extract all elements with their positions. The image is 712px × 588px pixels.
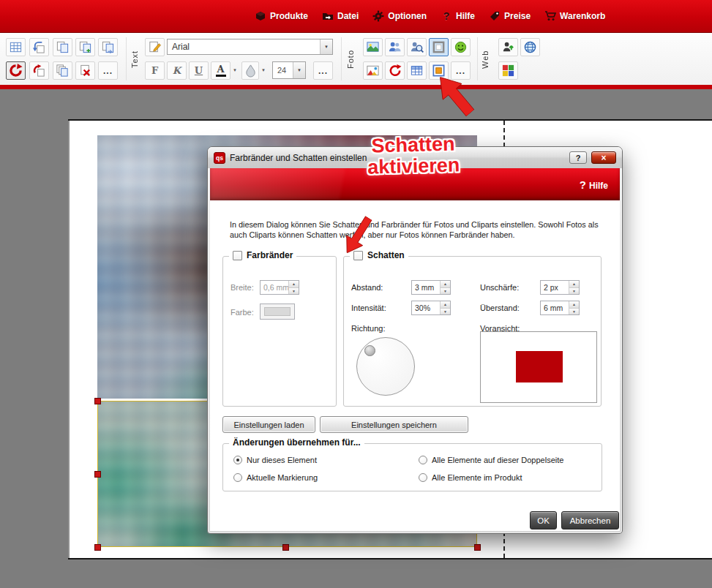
font-color-label: A — [217, 65, 224, 74]
undo-page-button[interactable] — [29, 38, 49, 56]
photo-frame-button[interactable] — [429, 38, 449, 56]
more-pages-button[interactable]: ... — [98, 61, 118, 80]
radio-alle-produkt[interactable]: Alle Elemente im Produkt — [419, 473, 522, 482]
spin-down-button[interactable]: ▼ — [289, 288, 299, 295]
copy-page-button[interactable] — [53, 38, 72, 56]
page-stack-button[interactable] — [53, 61, 72, 80]
intensitaet-spinner[interactable]: 30% ▲ ▼ — [411, 301, 451, 315]
radio-control[interactable] — [233, 473, 242, 482]
spinner-value: 2 px — [541, 281, 569, 294]
smiley-button[interactable] — [451, 38, 471, 56]
radio-alle-doppelseite[interactable]: Alle Elemente auf dieser Doppelseite — [419, 456, 563, 464]
menu-item-produkte[interactable]: Produkte — [255, 10, 308, 22]
font-size-select[interactable]: 24 ▼ — [272, 61, 306, 79]
italic-button[interactable]: K — [167, 61, 187, 80]
menu-item-datei[interactable]: Datei — [322, 10, 359, 22]
underline-button[interactable]: U — [189, 61, 209, 80]
more-dots-icon: ... — [103, 66, 113, 76]
farbraender-checkbox[interactable] — [233, 251, 242, 260]
spinner-value: 0,6 mm — [261, 281, 288, 294]
preview-photo-rect — [516, 351, 563, 382]
radio-control[interactable] — [233, 456, 242, 464]
rotate-red-icon — [9, 64, 23, 78]
photo-table-button[interactable] — [407, 61, 427, 80]
spin-up-button[interactable]: ▲ — [289, 281, 299, 288]
delete-page-button[interactable] — [75, 61, 95, 80]
insert-page-button[interactable] — [75, 38, 95, 56]
spin-down-button[interactable]: ▼ — [569, 288, 579, 295]
color-grid-icon — [501, 64, 515, 78]
rotate-page-button[interactable] — [6, 61, 26, 80]
menu-item-optionen[interactable]: Optionen — [372, 10, 427, 22]
bold-button[interactable]: F — [145, 61, 165, 80]
radio-control[interactable] — [419, 456, 427, 464]
opacity-dropdown-icon[interactable]: ▼ — [260, 68, 267, 72]
spin-down-button[interactable]: ▼ — [569, 309, 579, 315]
chevron-down-icon[interactable]: ▼ — [293, 62, 305, 78]
ueberstand-spinner[interactable]: 6 mm ▲ ▼ — [540, 301, 580, 315]
products-icon — [255, 10, 266, 22]
toolbar: ... Text Arial ▼ F K U A ▼ ▼ 24 — [0, 33, 712, 85]
upload-person-button[interactable] — [498, 38, 518, 56]
selection-handle-top-left[interactable] — [94, 398, 101, 404]
farbe-swatch-button[interactable] — [260, 304, 295, 320]
selection-handle-bottom-mid[interactable] — [282, 544, 289, 551]
close-icon[interactable]: × — [591, 151, 616, 164]
spin-up-button[interactable]: ▲ — [569, 281, 579, 288]
persons-button[interactable] — [385, 38, 405, 56]
abstand-spinner[interactable]: 3 mm ▲ ▼ — [411, 280, 451, 295]
load-settings-button[interactable]: Einstellungen laden — [222, 416, 315, 433]
intensitaet-label: Intensität: — [351, 304, 386, 312]
spin-down-button[interactable]: ▼ — [441, 309, 450, 315]
selection-handle-mid-left[interactable] — [94, 471, 101, 478]
radio-nur-dieses-element[interactable]: Nur dieses Element — [233, 456, 317, 464]
font-color-button[interactable]: A — [211, 61, 231, 80]
photo-effects-button[interactable] — [363, 61, 383, 80]
more-dots-icon: ... — [456, 66, 465, 76]
breite-spinner[interactable]: 0,6 mm ▲ ▼ — [260, 280, 299, 295]
spin-up-button[interactable]: ▲ — [569, 301, 579, 309]
opacity-button[interactable] — [241, 61, 259, 80]
person-search-button[interactable] — [407, 38, 427, 56]
spin-up-button[interactable]: ▲ — [441, 301, 450, 309]
menu-item-preise[interactable]: Preise — [489, 10, 531, 22]
add-pages-icon — [78, 40, 92, 54]
replace-photo-button[interactable] — [385, 61, 405, 80]
shadow-direction-dial[interactable] — [356, 337, 415, 396]
font-color-dropdown-icon[interactable]: ▼ — [231, 68, 239, 72]
farbe-swatch-color — [264, 307, 291, 316]
move-page-button[interactable] — [98, 38, 118, 56]
refresh-red-icon — [388, 64, 402, 78]
web-gallery-button[interactable] — [498, 61, 518, 80]
shadow-dialog: qs Farbränder und Schatten einstellen ? … — [207, 146, 623, 534]
unschaerfe-spinner[interactable]: 2 px ▲ ▼ — [540, 280, 580, 295]
farbraender-legend: Farbränder — [229, 250, 296, 260]
radio-label: Nur dieses Element — [247, 456, 317, 464]
titlebar-help-button[interactable]: ? — [569, 151, 587, 164]
radio-control[interactable] — [419, 473, 427, 482]
spin-down-button[interactable]: ▼ — [441, 288, 450, 295]
spin-up-button[interactable]: ▲ — [441, 281, 450, 288]
direction-handle[interactable] — [364, 345, 375, 356]
section-label-foto: Foto — [346, 41, 355, 78]
droplet-icon — [244, 64, 258, 78]
banner-help-link[interactable]: ? Hilfe — [580, 178, 608, 191]
selection-handle-bottom-right[interactable] — [474, 544, 481, 551]
more-text-button[interactable]: ... — [313, 61, 333, 80]
edit-text-button[interactable] — [145, 38, 165, 56]
help-label: Hilfe — [589, 181, 608, 191]
layout-grid-button[interactable] — [6, 38, 26, 56]
prices-icon — [489, 10, 501, 22]
radio-aktuelle-markierung[interactable]: Aktuelle Markierung — [233, 473, 318, 482]
web-globe-button[interactable] — [520, 38, 540, 56]
cancel-button[interactable]: Abbrechen — [561, 511, 619, 529]
menu-item-hilfe[interactable]: ? Hilfe — [441, 10, 475, 22]
menu-item-warenkorb[interactable]: Warenkorb — [544, 10, 605, 22]
insert-photo-button[interactable] — [363, 38, 383, 56]
selection-handle-bottom-left[interactable] — [94, 544, 101, 551]
font-family-select[interactable]: Arial ▼ — [167, 39, 333, 55]
rotate-element-button[interactable] — [29, 61, 49, 80]
ok-button[interactable]: OK — [530, 511, 557, 529]
chevron-down-icon[interactable]: ▼ — [320, 39, 332, 54]
save-settings-button[interactable]: Einstellungen speichern — [320, 416, 468, 433]
